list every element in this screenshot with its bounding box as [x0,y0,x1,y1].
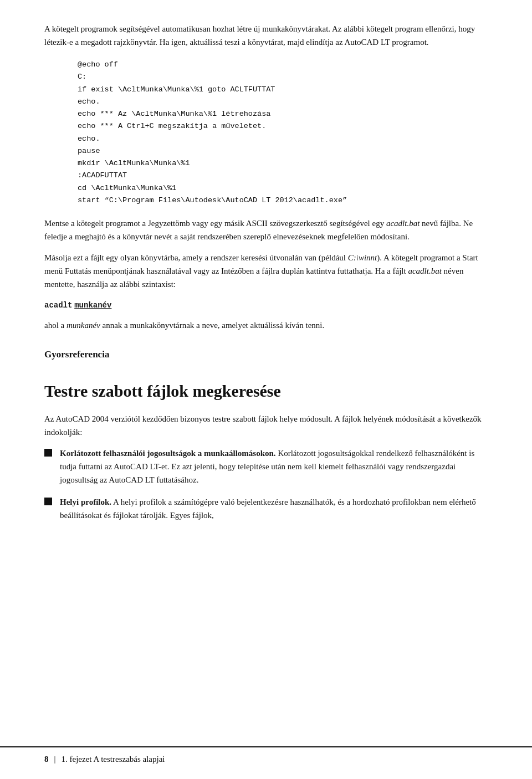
list-item-text: Korlátozott felhasználói jogosultságok a… [60,447,488,486]
syntax-command: acadlt [44,301,72,310]
list-item-bold: Helyi profilok. [60,498,111,506]
after-code-italic2: C:\winnt [348,253,377,262]
where-text: ahol a munkanév annak a munkakönyvtárnak… [44,319,488,332]
where-prefix: ahol a [44,321,66,330]
list-item-text: Helyi profilok. A helyi profilok a számí… [60,495,488,522]
list-item: Helyi profilok. A helyi profilok a számí… [44,495,488,522]
after-code-para2-prefix: Másolja ezt a fájlt egy olyan könyvtárba… [44,253,348,262]
after-code-italic3: acadlt.bat [408,266,441,275]
bullet-icon [44,449,52,457]
syntax-line: acadlt munkanév [44,299,488,312]
after-code-para1: Mentse a kötegelt programot a Jegyzettöm… [44,217,488,243]
bullet-list: Korlátozott felhasználói jogosultságok a… [44,447,488,522]
section-title: Testre szabott fájlok megkeresése [44,378,488,404]
where-italic: munkanév [66,321,100,330]
where-suffix: annak a munkakönyvtárnak a neve, amelyet… [100,321,324,330]
footer-separator: | [54,753,56,766]
list-item-rest: A helyi profilok a számítógépre való bej… [60,498,476,520]
section-intro-para1: Az AutoCAD 2004 verziótól kezdődően bizo… [44,412,488,439]
bullet-icon [44,498,52,505]
page: A kötegelt programok segítségével automa… [0,0,532,779]
after-code-para2: Másolja ezt a fájlt egy olyan könyvtárba… [44,251,488,291]
list-item-bold: Korlátozott felhasználói jogosultságok a… [60,449,276,458]
footer-chapter-title: 1. fejezet A testreszabás alapjai [62,753,165,766]
footer-page-number: 8 [44,753,49,766]
after-code-italic1: acadlt.bat [386,219,420,228]
syntax-arg: munkanév [74,301,111,310]
list-item: Korlátozott felhasználói jogosultságok a… [44,447,488,486]
gyorsreferencia-heading: Gyorsreferencia [44,347,488,362]
footer-bar: 8 | 1. fejezet A testreszabás alapjai [0,746,532,766]
code-block: @echo off C: if exist \AcltMunka\Munka\%… [78,59,488,207]
intro-para1: A kötegelt programok segítségével automa… [44,22,488,49]
after-code-para1-prefix: Mentse a kötegelt programot a Jegyzettöm… [44,219,386,228]
